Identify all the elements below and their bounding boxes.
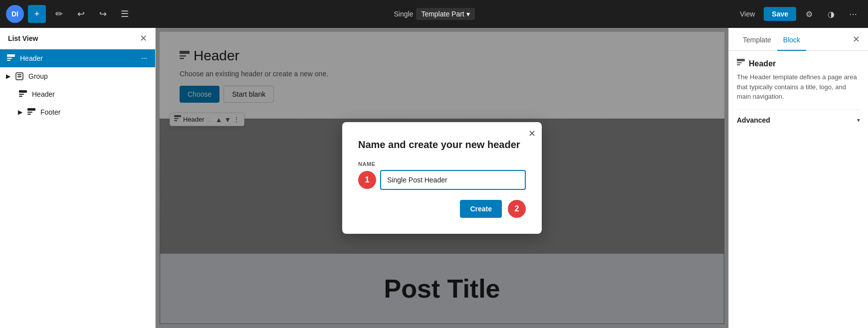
modal-name-label: NAME (358, 161, 526, 167)
sidebar-footer-label: Footer (40, 108, 149, 116)
svg-rect-8 (19, 96, 22, 97)
toolbar-right: View Save ⚙ ◑ ⋯ (735, 5, 862, 23)
svg-rect-2 (7, 60, 10, 61)
modal-close-icon: ✕ (528, 129, 536, 139)
redo-icon: ↪ (99, 8, 107, 19)
sidebar-item-header[interactable]: Header ⋯ (0, 49, 155, 67)
ellipsis-icon: ⋯ (849, 9, 857, 19)
step-2-badge: 2 (508, 200, 526, 218)
single-label: Single (394, 10, 413, 18)
list-view-button[interactable]: ☰ (116, 5, 134, 23)
svg-rect-5 (17, 76, 21, 77)
half-circle-icon: ◑ (828, 9, 835, 19)
sidebar-group-label: Group (28, 72, 149, 80)
footer-chevron-icon: ▶ (18, 109, 22, 116)
save-button[interactable]: Save (764, 7, 796, 21)
redo-button[interactable]: ↪ (94, 5, 112, 23)
right-panel-close-button[interactable]: ✕ (853, 34, 860, 45)
modal-close-button[interactable]: ✕ (528, 128, 536, 139)
template-part-button[interactable]: Template Part ▾ (416, 8, 474, 20)
svg-rect-0 (7, 54, 15, 57)
close-icon: ✕ (140, 33, 147, 43)
svg-rect-19 (737, 62, 742, 63)
undo-icon: ↩ (77, 8, 85, 19)
view-button[interactable]: View (735, 7, 760, 21)
block-desc: The Header template defines a page area … (737, 72, 860, 102)
add-button[interactable]: + (28, 5, 46, 23)
block-title: Header (749, 59, 776, 68)
right-close-icon: ✕ (853, 34, 860, 44)
modal-footer: Create 2 (358, 200, 526, 218)
chevron-down-icon: ▾ (466, 10, 470, 18)
tab-template[interactable]: Template (737, 28, 777, 51)
undo-button[interactable]: ↩ (72, 5, 90, 23)
template-part-label: Template Part (421, 10, 464, 18)
group-chevron-icon: ▶ (6, 73, 10, 80)
list-icon: ☰ (121, 8, 129, 19)
sidebar: List View ✕ Header ⋯ ▶ (0, 28, 156, 328)
sidebar-title: List View (8, 34, 38, 42)
right-panel-tabs: Template Block ✕ (729, 28, 868, 51)
svg-rect-10 (27, 112, 32, 113)
sidebar-header-label: Header (20, 54, 135, 62)
right-panel: Template Block ✕ Header The Head (728, 28, 868, 328)
add-icon: + (34, 9, 40, 19)
toolbar-center: Single Template Part ▾ (138, 8, 731, 20)
svg-rect-18 (737, 59, 745, 61)
sidebar-header: List View ✕ (0, 28, 155, 49)
modal: ✕ Name and create your new header NAME 1… (342, 122, 542, 234)
main-area: List View ✕ Header ⋯ ▶ (0, 28, 868, 328)
advanced-section[interactable]: Advanced ▾ (737, 110, 860, 130)
svg-rect-4 (17, 74, 21, 75)
svg-rect-11 (27, 114, 31, 115)
footer-block-icon (26, 107, 36, 117)
step-1-badge: 1 (358, 171, 376, 189)
group-block-icon (14, 71, 24, 81)
modal-title: Name and create your new header (358, 138, 526, 151)
svg-rect-7 (19, 94, 24, 95)
sidebar-item-group[interactable]: ▶ Group (0, 67, 155, 85)
create-button[interactable]: Create (460, 200, 502, 218)
advanced-label: Advanced (737, 116, 770, 124)
styles-button[interactable]: ◑ (822, 5, 840, 23)
sidebar-close-button[interactable]: ✕ (140, 34, 147, 43)
header2-block-icon (18, 89, 28, 99)
logo[interactable]: DI (6, 5, 24, 23)
toolbar: DI + ✏ ↩ ↪ ☰ Single Template Part ▾ View… (0, 0, 868, 28)
sidebar-item-footer[interactable]: ▶ Footer (0, 103, 155, 121)
block-header: Header (737, 59, 860, 68)
sidebar-header2-label: Header (32, 90, 149, 98)
header-block-icon (6, 53, 16, 63)
canvas-area: Header Choose an existing header or crea… (156, 28, 728, 328)
settings-button[interactable]: ⚙ (800, 5, 818, 23)
more-options-button[interactable]: ⋯ (844, 5, 862, 23)
tab-block[interactable]: Block (777, 28, 806, 51)
sidebar-item-header2[interactable]: Header (0, 85, 155, 103)
gear-icon: ⚙ (806, 9, 813, 19)
svg-rect-1 (7, 58, 12, 59)
pencil-icon: ✏ (55, 8, 63, 19)
right-panel-content: Header The Header template defines a pag… (729, 51, 868, 328)
svg-rect-9 (27, 108, 35, 111)
modal-name-input[interactable] (380, 170, 526, 190)
advanced-chevron-icon: ▾ (857, 117, 860, 124)
header-more-icon[interactable]: ⋯ (139, 53, 149, 63)
svg-rect-20 (737, 64, 740, 65)
right-panel-header-icon (737, 59, 745, 68)
svg-rect-6 (19, 90, 27, 93)
draw-button[interactable]: ✏ (50, 5, 68, 23)
modal-overlay: ✕ Name and create your new header NAME 1… (156, 28, 728, 328)
